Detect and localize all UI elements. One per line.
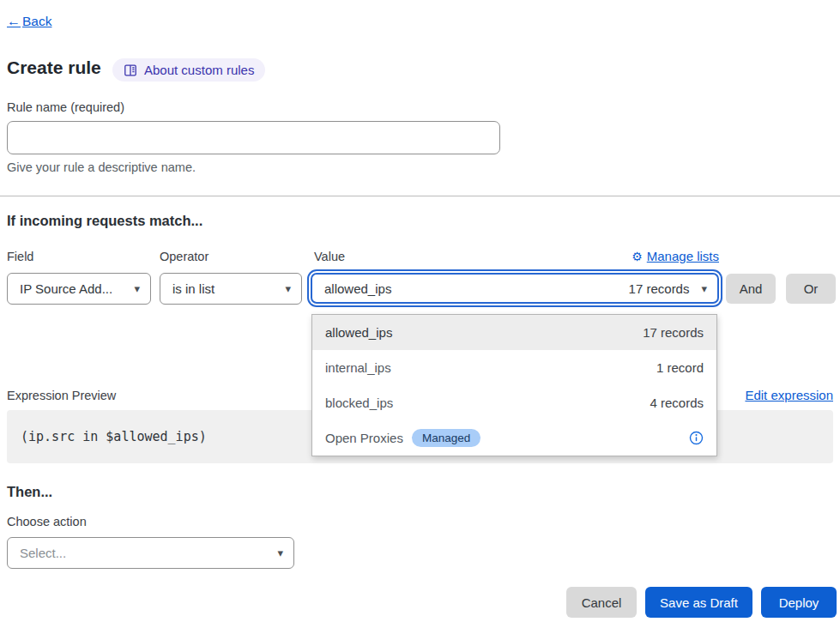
dropdown-option-open-proxies[interactable]: Open Proxies Managed <box>312 420 716 456</box>
dropdown-option-internal-ips[interactable]: internal_ips 1 record <box>312 350 716 385</box>
edit-expression-link[interactable]: Edit expression <box>745 388 833 402</box>
gear-icon: ⚙ <box>632 250 643 263</box>
cancel-button[interactable]: Cancel <box>566 587 637 618</box>
action-select-placeholder: Select... <box>20 546 66 560</box>
value-select[interactable]: allowed_ips 17 records ▾ <box>311 273 719 304</box>
dropdown-option-blocked-ips[interactable]: blocked_ips 4 records <box>312 385 716 420</box>
field-column-label: Field <box>7 250 33 263</box>
option-records: 17 records <box>643 325 704 340</box>
page-title: Create rule <box>7 57 101 78</box>
deploy-button[interactable]: Deploy <box>761 587 837 618</box>
info-icon[interactable] <box>689 431 704 445</box>
value-column-label: Value <box>314 250 345 263</box>
manage-lists-label: Manage lists <box>647 249 719 263</box>
section-divider <box>0 196 840 196</box>
expression-code: (ip.src in $allowed_ips) <box>21 429 207 444</box>
manage-lists-link[interactable]: ⚙ Manage lists <box>632 249 719 263</box>
chevron-down-icon: ▾ <box>285 283 291 294</box>
field-select[interactable]: IP Source Add... ▾ <box>7 273 151 305</box>
create-rule-page: ←Back Create rule About custom rules Rul… <box>0 0 840 634</box>
value-select-records: 17 records <box>629 281 690 296</box>
choose-action-label: Choose action <box>7 515 87 528</box>
value-dropdown-menu: allowed_ips 17 records internal_ips 1 re… <box>311 314 717 456</box>
field-select-value: IP Source Add... <box>20 281 112 296</box>
rule-name-label: Rule name (required) <box>7 100 124 114</box>
chevron-down-icon: ▾ <box>701 283 707 294</box>
operator-column-label: Operator <box>160 250 208 263</box>
option-records: 4 records <box>650 395 704 410</box>
then-section-heading: Then... <box>7 484 52 500</box>
save-as-draft-button[interactable]: Save as Draft <box>645 587 752 618</box>
rule-name-helper-text: Give your rule a descriptive name. <box>7 160 196 174</box>
operator-select-value: is in list <box>172 281 215 296</box>
back-link[interactable]: ←Back <box>7 14 51 29</box>
dropdown-option-allowed-ips[interactable]: allowed_ips 17 records <box>312 315 716 350</box>
action-select[interactable]: Select... ▾ <box>7 537 294 569</box>
and-button[interactable]: And <box>726 274 776 304</box>
option-records: 1 record <box>656 360 704 375</box>
expression-preview-label: Expression Preview <box>7 389 116 402</box>
about-badge-label: About custom rules <box>144 63 254 77</box>
about-custom-rules-link[interactable]: About custom rules <box>112 58 265 82</box>
or-button[interactable]: Or <box>786 274 836 304</box>
chevron-down-icon: ▾ <box>277 547 283 559</box>
managed-badge: Managed <box>412 429 480 447</box>
option-name: internal_ips <box>325 360 391 375</box>
rule-name-input[interactable] <box>7 121 500 154</box>
match-section-heading: If incoming requests match... <box>7 213 202 229</box>
option-name: allowed_ips <box>325 325 392 340</box>
value-select-value: allowed_ips <box>324 281 391 296</box>
chevron-down-icon: ▾ <box>134 283 140 294</box>
book-icon <box>124 63 137 77</box>
back-label: Back <box>22 14 51 28</box>
option-name: Open Proxies <box>325 431 403 445</box>
arrow-left-icon: ← <box>7 14 21 28</box>
option-name: blocked_ips <box>325 395 393 410</box>
operator-select[interactable]: is in list ▾ <box>160 273 302 305</box>
